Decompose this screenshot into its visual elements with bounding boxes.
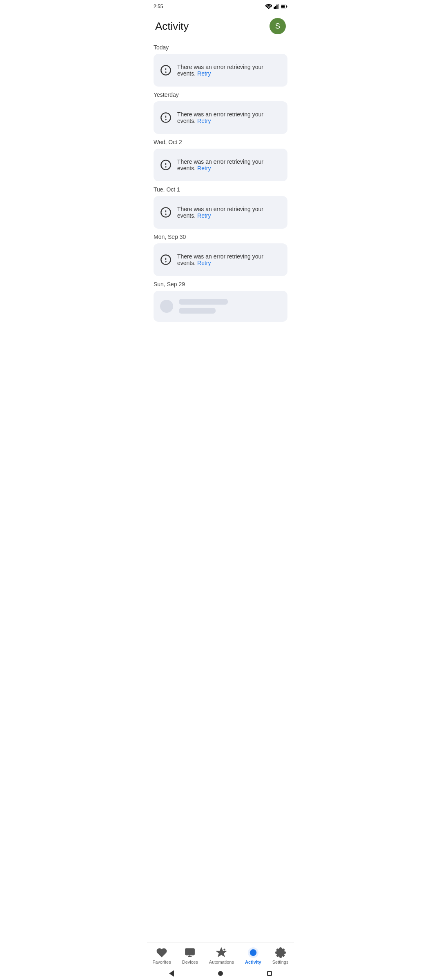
section-wed-oct-2: Wed, Oct 2 There was an error retrieving…: [154, 139, 287, 181]
loading-line-1: [179, 299, 228, 305]
section-tue-oct-1: Tue, Oct 1 There was an error retrieving…: [154, 186, 287, 229]
svg-rect-2: [276, 4, 278, 9]
loading-card-sun-sep-29: [154, 291, 287, 322]
status-icons: [265, 4, 287, 9]
error-text-mon-sep-30: There was an error retrieving your event…: [177, 253, 281, 266]
battery-icon: [281, 4, 287, 9]
loading-circle: [160, 300, 173, 313]
svg-point-9: [165, 72, 166, 72]
retry-button-mon-sep-30[interactable]: Retry: [197, 260, 211, 266]
svg-rect-6: [281, 5, 285, 8]
error-card-tue-oct-1: There was an error retrieving your event…: [154, 196, 287, 229]
error-icon-tue-oct-1: [160, 207, 172, 218]
svg-point-21: [165, 261, 166, 262]
retry-button-today[interactable]: Retry: [197, 70, 211, 77]
section-today: Today There was an error retrieving your…: [154, 44, 287, 87]
status-bar: 2:55: [147, 0, 294, 11]
retry-button-yesterday[interactable]: Retry: [197, 118, 211, 124]
section-label-today: Today: [154, 44, 287, 51]
error-card-today: There was an error retrieving your event…: [154, 54, 287, 87]
svg-rect-1: [275, 6, 276, 9]
section-label-mon-sep-30: Mon, Sep 30: [154, 234, 287, 240]
error-text-yesterday: There was an error retrieving your event…: [177, 111, 281, 124]
error-icon-wed-oct-2: [160, 159, 172, 171]
svg-point-18: [165, 214, 166, 214]
error-card-yesterday: There was an error retrieving your event…: [154, 101, 287, 134]
retry-button-tue-oct-1[interactable]: Retry: [197, 212, 211, 219]
section-label-yesterday: Yesterday: [154, 91, 287, 98]
error-text-wed-oct-2: There was an error retrieving your event…: [177, 158, 281, 172]
error-icon-mon-sep-30: [160, 254, 172, 265]
section-mon-sep-30: Mon, Sep 30 There was an error retrievin…: [154, 234, 287, 276]
svg-rect-3: [278, 4, 279, 9]
svg-point-15: [165, 167, 166, 167]
content-area: Today There was an error retrieving your…: [147, 39, 294, 323]
error-text-tue-oct-1: There was an error retrieving your event…: [177, 206, 281, 219]
avatar[interactable]: S: [270, 18, 286, 34]
svg-rect-5: [287, 6, 287, 7]
loading-lines: [179, 299, 228, 314]
retry-button-wed-oct-2[interactable]: Retry: [197, 165, 211, 172]
wifi-icon: [265, 4, 272, 9]
section-yesterday: Yesterday There was an error retrieving …: [154, 91, 287, 134]
signal-icon: [274, 4, 279, 9]
svg-point-12: [165, 119, 166, 120]
section-label-sun-sep-29: Sun, Sep 29: [154, 281, 287, 287]
section-sun-sep-29: Sun, Sep 29: [154, 281, 287, 322]
error-icon-yesterday: [160, 112, 172, 123]
status-time: 2:55: [154, 4, 163, 9]
loading-line-2: [179, 308, 216, 314]
error-icon-today: [160, 65, 172, 76]
section-label-wed-oct-2: Wed, Oct 2: [154, 139, 287, 145]
error-text-today: There was an error retrieving your event…: [177, 64, 281, 77]
app-header: Activity S: [147, 11, 294, 39]
error-card-mon-sep-30: There was an error retrieving your event…: [154, 243, 287, 276]
section-label-tue-oct-1: Tue, Oct 1: [154, 186, 287, 193]
error-card-wed-oct-2: There was an error retrieving your event…: [154, 149, 287, 181]
svg-rect-0: [274, 7, 275, 9]
page-title: Activity: [155, 20, 189, 33]
